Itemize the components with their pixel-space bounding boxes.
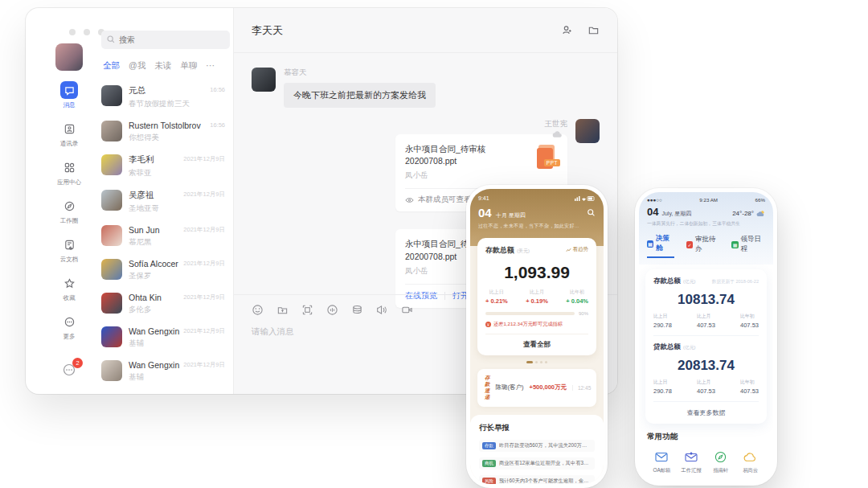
left-nav-rail: 消息 通讯录 应用中心 工作圈 [47, 8, 92, 394]
chat-time: 2021年12月9日 [183, 226, 225, 234]
chat-time: 2021年12月9日 [183, 155, 225, 163]
voice-message-icon[interactable] [326, 304, 338, 316]
history-icon[interactable] [351, 304, 363, 316]
add-member-icon[interactable] [561, 24, 573, 36]
nav-item-more[interactable]: 更多 [60, 313, 78, 341]
message-incoming: 慕容天 今晚下班之前把最新的方案发给我 [252, 68, 600, 108]
common-functions-title: 常用功能 [647, 432, 765, 442]
nav-item-label: 应用中心 [57, 178, 81, 187]
chat-list-item[interactable]: 元总 春节放假提前三天 16:56 [92, 80, 233, 115]
filter-more[interactable]: ⋯ [206, 60, 215, 72]
func-oa-mail[interactable]: OA邮箱 [647, 450, 677, 474]
chat-list-item[interactable]: 李毛利 索菲亚 2021年12月9日 [92, 149, 233, 184]
progress-label: 90% [579, 311, 588, 316]
audio-call-icon[interactable] [376, 304, 388, 316]
report-item[interactable]: 商机 商业区有12家单位近期开业，其中有3家公司是… [479, 457, 595, 470]
nav-item-label: 收藏 [63, 294, 76, 302]
avatar [101, 259, 122, 280]
nav-item-work-circle[interactable]: 工作圈 [60, 197, 79, 225]
folder-icon[interactable] [588, 24, 600, 36]
chat-list-item[interactable]: Wan Gengxin 基辅 2021年12月9日 [92, 321, 233, 355]
file-title: 永中项目合同_待审核 20200708.ppt [405, 143, 558, 167]
tab-schedule[interactable]: ▦ 领导日程 [731, 234, 765, 258]
coin-icon: ¥ [485, 322, 491, 327]
view-more-data-button[interactable]: 查看更多数据 [653, 402, 759, 424]
chat-preview: 索菲亚 [129, 168, 223, 178]
support-button[interactable]: 2 [62, 363, 76, 377]
status-carrier: ●●●○○ [647, 197, 662, 203]
chat-list-item[interactable]: Sofía Alcocer 圣保罗 2021年12月9日 [92, 253, 233, 287]
trend-link[interactable]: 看趋势 [566, 246, 589, 253]
filter-unread[interactable]: 未读 [154, 60, 171, 72]
chat-time: 2021年12月9日 [183, 327, 225, 335]
common-functions-section: 常用功能 OA邮箱 工作汇报 指南针 [639, 424, 773, 482]
status-time: 9:41 [478, 195, 489, 201]
cloud-sync-icon [552, 131, 563, 138]
chat-list-item[interactable]: Ohta Kin 多伦多 2021年12月9日 [92, 287, 233, 321]
tab-bar: ▤ 决策舱 ✓ 审批待办 ▦ 领导日程 [647, 234, 765, 258]
work-report-icon [685, 450, 698, 464]
filter-mentions[interactable]: @我 [129, 60, 145, 72]
search-input[interactable] [101, 31, 230, 49]
cloud-doc-icon [60, 236, 78, 253]
message-bubble[interactable]: 今晚下班之前把最新的方案发给我 [284, 83, 436, 108]
header-motto: 一体两翼先行，二体创新如初，三体平稳共生 [647, 220, 765, 228]
status-icons [575, 195, 596, 201]
conversation-header: 李天天 [234, 8, 617, 53]
avatar[interactable] [575, 119, 600, 143]
weather-icon [756, 210, 765, 217]
deposit-total-label: 存款总额 [485, 245, 514, 256]
mail-icon [655, 450, 669, 464]
carousel-dots[interactable] [470, 361, 604, 363]
chat-list-item[interactable]: Rustern Tolstolbrov 你想得美 16:56 [92, 115, 233, 149]
chat-list-item[interactable]: Wan Gengxin 基辅 2021年12月9日 [92, 355, 233, 388]
nav-item-favorites[interactable]: 收藏 [60, 274, 78, 302]
screenshot-icon[interactable] [301, 304, 313, 316]
tab-decision[interactable]: ▤ 决策舱 [647, 234, 674, 258]
filter-all[interactable]: 全部 [103, 60, 120, 72]
avatar[interactable] [252, 68, 276, 92]
func-cloud[interactable]: 易尚云 [735, 450, 765, 474]
stat-vs-year-start: 比年初 407.53 [740, 313, 759, 329]
user-avatar[interactable] [55, 43, 83, 71]
func-compass[interactable]: 指南针 [706, 450, 736, 474]
avatar [101, 121, 122, 141]
emoji-icon[interactable] [252, 304, 264, 316]
white-phone-mockup: ●●●○○ 9:23 AM 66% 04 July, 星期四 24°-28° 一… [635, 188, 777, 486]
target-progress: 90% [485, 311, 588, 316]
nav-item-label: 工作圈 [60, 217, 79, 225]
loan-unit: (亿元) [683, 344, 695, 351]
chat-time: 2021年12月9日 [183, 293, 225, 301]
deposit-express-card[interactable]: 存款 速递 陈璐(客户) +500,000万元 12:45 [477, 369, 596, 407]
stat-vs-yesterday: 比上日 + 0.21% [485, 289, 508, 305]
nav-item-app-center[interactable]: 应用中心 [57, 158, 81, 187]
send-file-icon[interactable] [276, 304, 289, 316]
func-work-report[interactable]: 工作汇报 [677, 450, 706, 474]
stat-vs-last-month: 比上月 + 0.19% [526, 289, 548, 305]
white-phone-header: ●●●○○ 9:23 AM 66% 04 July, 星期四 24°-28° 一… [639, 192, 773, 265]
nav-item-cloud-docs[interactable]: 云文档 [60, 236, 79, 264]
chat-list-item[interactable]: 吴彦祖 圣地亚哥 2021年12月9日 [92, 184, 233, 219]
search-icon[interactable] [587, 208, 596, 217]
filter-single[interactable]: 单聊 [180, 60, 197, 72]
morning-report-title: 行长早报 [479, 423, 595, 433]
tag-risk: 风险 [482, 478, 496, 485]
report-item[interactable]: 风险 预计60天内3个客户可能发生逾期，金额约280… [479, 475, 595, 485]
avatar [101, 326, 122, 347]
nav-item-contacts[interactable]: 通讯录 [60, 120, 79, 148]
work-circle-icon [60, 197, 78, 215]
chat-preview: 基辅 [129, 372, 223, 383]
tab-approvals[interactable]: ✓ 审批待办 [686, 234, 720, 258]
chat-list-item[interactable]: Sun Jun 慕尼黑 2021年12月9日 [92, 219, 233, 253]
view-all-button[interactable]: 查看全部 [485, 334, 588, 355]
file-owner: 凤小岳 [405, 170, 558, 181]
chat-preview: 慕尼黑 [129, 237, 223, 248]
avatar [101, 85, 122, 106]
morning-report-panel: 行长早报 存款 昨日存款变动560万，其中流失200万元，新增… 商机 商业区有… [470, 415, 604, 485]
status-time: 9:23 AM [699, 197, 718, 203]
video-call-icon[interactable] [401, 304, 413, 316]
favorites-icon [60, 274, 78, 292]
report-item[interactable]: 存款 昨日存款变动560万，其中流失200万元，新增… [479, 440, 595, 452]
nav-item-messages[interactable]: 消息 [60, 81, 78, 109]
stat-vs-yesterday: 比上日 290.78 [653, 379, 672, 395]
